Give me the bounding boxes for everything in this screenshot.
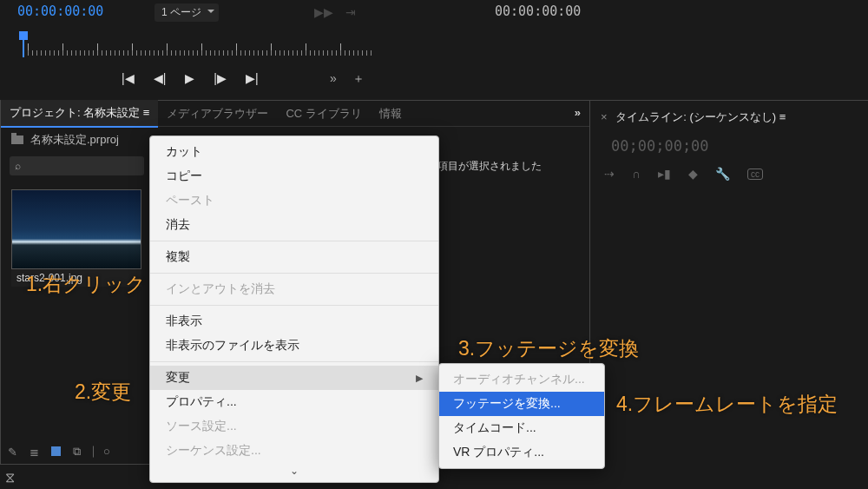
- submenu-interpret-footage[interactable]: フッテージを変換...: [439, 392, 604, 416]
- menu-cut[interactable]: カット: [150, 140, 438, 164]
- page-select[interactable]: 1 ページ: [155, 3, 219, 22]
- marker-tool-icon[interactable]: ◆: [688, 167, 698, 181]
- menu-clear-in-out: インとアウトを消去: [150, 277, 438, 301]
- chevron-down-icon[interactable]: ⌄: [150, 463, 438, 479]
- icon-view-icon[interactable]: [51, 446, 61, 459]
- search-input[interactable]: ⌕: [10, 156, 144, 175]
- submenu-timecode[interactable]: タイムコード...: [439, 416, 604, 440]
- settings-icon[interactable]: 🔧: [715, 167, 730, 181]
- list-view-icon[interactable]: ≣: [30, 446, 39, 459]
- project-filename: 名称未設定.prproj: [30, 132, 119, 148]
- playhead[interactable]: [19, 31, 28, 57]
- tab-cc-library[interactable]: CC ライブラリ: [277, 101, 370, 127]
- timeline-panel-title: タイムライン: (シーケンスなし): [615, 110, 776, 123]
- menu-modify[interactable]: 変更▶: [150, 366, 438, 390]
- menu-source-settings: ソース設定...: [150, 414, 438, 439]
- overflow-icon[interactable]: »: [330, 71, 337, 87]
- submenu-audio-channels: オーディオチャンネル...: [439, 367, 604, 392]
- menu-clear[interactable]: 消去: [150, 213, 438, 237]
- submenu-vr-properties[interactable]: VR プロパティ...: [439, 440, 604, 465]
- program-timecode: 00:00:00:00: [495, 3, 581, 19]
- menu-duplicate[interactable]: 複製: [150, 245, 438, 269]
- go-to-in-button[interactable]: |◀: [122, 71, 135, 85]
- selection-status: 項目が選択されました: [437, 159, 542, 174]
- add-marker-button[interactable]: ＋: [352, 71, 365, 87]
- close-icon[interactable]: ×: [601, 110, 608, 123]
- tab-media-browser[interactable]: メディアブラウザー: [158, 101, 277, 127]
- go-to-out-button[interactable]: ▶|: [246, 71, 259, 85]
- modify-submenu: オーディオチャンネル... フッテージを変換... タイムコード... VR プ…: [438, 363, 605, 469]
- creative-cloud-icon: ⧖: [5, 470, 15, 486]
- pencil-icon[interactable]: ✎: [8, 446, 17, 459]
- tab-info[interactable]: 情報: [371, 101, 411, 127]
- clip-thumbnail[interactable]: [11, 189, 141, 269]
- context-menu: カット コピー ペースト 消去 複製 インとアウトを消去 非表示 非表示のファイ…: [149, 135, 439, 483]
- sort-icon[interactable]: ⎸○: [93, 445, 110, 459]
- step-forward-button[interactable]: |▶: [214, 71, 227, 85]
- chevron-right-icon: ▶: [416, 373, 423, 384]
- menu-hide[interactable]: 非表示: [150, 309, 438, 334]
- snap-icon[interactable]: ∩: [632, 167, 641, 181]
- linked-selection-icon[interactable]: ▸▮: [658, 167, 671, 181]
- search-icon: ⌕: [15, 160, 21, 172]
- marker-icon[interactable]: ▶▶: [314, 5, 333, 19]
- timeline-timecode[interactable]: 00;00;00;00: [611, 137, 859, 155]
- menu-properties[interactable]: プロパティ...: [150, 390, 438, 414]
- project-folder-icon: [11, 135, 23, 144]
- menu-sequence-settings: シーケンス設定...: [150, 439, 438, 463]
- menu-copy[interactable]: コピー: [150, 164, 438, 188]
- play-button[interactable]: ▶: [185, 71, 194, 85]
- insert-icon[interactable]: ⇢: [604, 167, 615, 181]
- marker-icon-2[interactable]: ⇥: [345, 5, 356, 19]
- cc-icon[interactable]: cc: [747, 169, 763, 180]
- tab-project[interactable]: プロジェクト: 名称未設定 ≡: [1, 100, 158, 128]
- clip-name[interactable]: stars2-001.jpg: [11, 269, 141, 287]
- freeform-view-icon[interactable]: ⧉: [73, 445, 81, 459]
- menu-show-hidden[interactable]: 非表示のファイルを表示: [150, 334, 438, 358]
- source-timeline-ruler[interactable]: [10, 31, 379, 57]
- panel-overflow-icon[interactable]: »: [575, 106, 581, 119]
- clip-item[interactable]: stars2-001.jpg: [11, 189, 141, 287]
- source-timecode: 00:00:00:00: [17, 3, 103, 19]
- menu-paste: ペースト: [150, 188, 438, 213]
- step-back-button[interactable]: ◀|: [154, 71, 167, 85]
